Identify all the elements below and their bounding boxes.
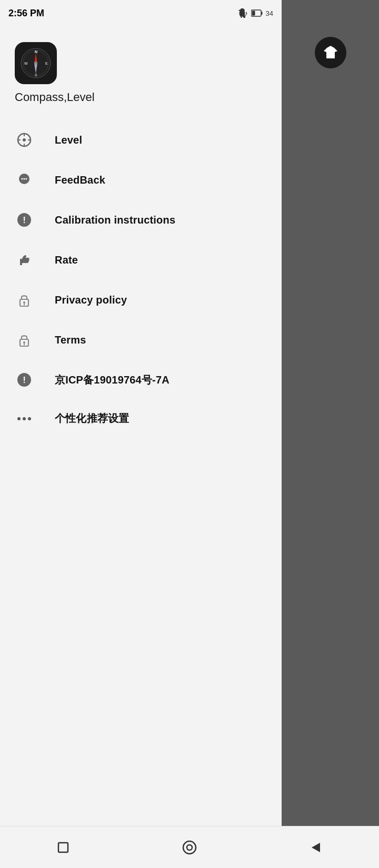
svg-point-32 bbox=[22, 178, 23, 180]
mute-icon bbox=[238, 8, 248, 18]
menu-item-level[interactable]: Level bbox=[0, 120, 282, 160]
menu-label-personalized: 个性化推荐设置 bbox=[55, 411, 129, 426]
menu-item-calibration[interactable]: ! Calibration instructions bbox=[0, 200, 282, 240]
menu-item-feedback[interactable]: FeedBack bbox=[0, 160, 282, 200]
menu-list: Level FeedBack ! Calibratio bbox=[0, 120, 282, 437]
svg-rect-45 bbox=[58, 843, 68, 852]
terms-icon bbox=[16, 331, 33, 348]
svg-point-24 bbox=[34, 62, 37, 65]
terms-icon-wrap bbox=[15, 331, 34, 348]
menu-item-icp[interactable]: ! 京ICP备19019764号-7A bbox=[0, 360, 282, 400]
svg-rect-15 bbox=[252, 11, 255, 16]
icp-icon-wrap: ! bbox=[15, 371, 34, 388]
back-icon bbox=[308, 840, 323, 855]
more-icon bbox=[17, 417, 31, 420]
svg-point-41 bbox=[23, 341, 25, 344]
time-display: 2:56 PM bbox=[8, 8, 44, 19]
right-panel bbox=[282, 0, 379, 868]
app-title: Compass,Level bbox=[15, 90, 267, 104]
menu-item-terms[interactable]: Terms bbox=[0, 320, 282, 360]
menu-item-personalized[interactable]: 个性化推荐设置 bbox=[0, 400, 282, 437]
svg-text:S: S bbox=[35, 73, 37, 77]
menu-label-privacy: Privacy policy bbox=[55, 294, 127, 306]
svg-text:!: ! bbox=[23, 216, 26, 225]
calibration-icon: ! bbox=[16, 211, 33, 228]
status-bar: 2:56 PM 34 bbox=[0, 0, 282, 26]
level-icon-wrap bbox=[15, 132, 34, 148]
feedback-icon-wrap bbox=[15, 171, 34, 188]
svg-point-47 bbox=[187, 845, 192, 850]
menu-label-calibration: Calibration instructions bbox=[55, 214, 175, 226]
feedback-icon bbox=[16, 171, 33, 188]
svg-point-46 bbox=[183, 841, 196, 854]
nav-recent-apps[interactable] bbox=[50, 834, 76, 861]
menu-label-icp: 京ICP备19019764号-7A bbox=[55, 373, 169, 387]
menu-label-feedback: FeedBack bbox=[55, 174, 105, 186]
privacy-icon bbox=[16, 291, 33, 308]
nav-home[interactable] bbox=[176, 834, 203, 861]
svg-text:N: N bbox=[35, 50, 37, 54]
bottom-nav-bar bbox=[0, 826, 379, 868]
menu-item-privacy[interactable]: Privacy policy bbox=[0, 280, 282, 320]
app-header: N S W E Compass,Level bbox=[0, 26, 282, 115]
svg-rect-14 bbox=[261, 12, 262, 15]
app-icon: N S W E bbox=[15, 42, 57, 84]
shirt-icon-wrap bbox=[315, 37, 346, 68]
svg-text:!: ! bbox=[23, 376, 26, 385]
privacy-icon-wrap bbox=[15, 291, 34, 308]
status-icons: 34 bbox=[238, 8, 273, 18]
battery-level: 34 bbox=[266, 9, 273, 17]
svg-marker-48 bbox=[312, 843, 320, 852]
svg-text:E: E bbox=[45, 62, 48, 65]
svg-point-33 bbox=[24, 178, 25, 180]
rate-icon bbox=[16, 251, 33, 268]
shirt-icon bbox=[322, 44, 340, 62]
more-icon-wrap bbox=[15, 417, 34, 420]
rate-icon-wrap bbox=[15, 251, 34, 268]
svg-point-26 bbox=[23, 138, 26, 142]
battery-icon bbox=[251, 9, 263, 17]
menu-item-rate[interactable]: Rate bbox=[0, 240, 282, 280]
svg-point-38 bbox=[23, 301, 25, 304]
svg-point-34 bbox=[26, 178, 27, 180]
svg-text:W: W bbox=[24, 62, 28, 65]
calibration-icon-wrap: ! bbox=[15, 211, 34, 228]
square-icon bbox=[56, 840, 71, 855]
nav-back[interactable] bbox=[303, 834, 329, 861]
menu-label-terms: Terms bbox=[55, 334, 86, 346]
menu-label-level: Level bbox=[55, 134, 82, 146]
drawer-panel: 2:56 PM 34 N S W E bbox=[0, 0, 282, 868]
menu-label-rate: Rate bbox=[55, 254, 78, 266]
compass-icon: N S W E bbox=[20, 47, 52, 79]
level-icon bbox=[16, 132, 33, 148]
icp-icon: ! bbox=[16, 371, 33, 388]
home-circle-icon bbox=[182, 840, 197, 855]
